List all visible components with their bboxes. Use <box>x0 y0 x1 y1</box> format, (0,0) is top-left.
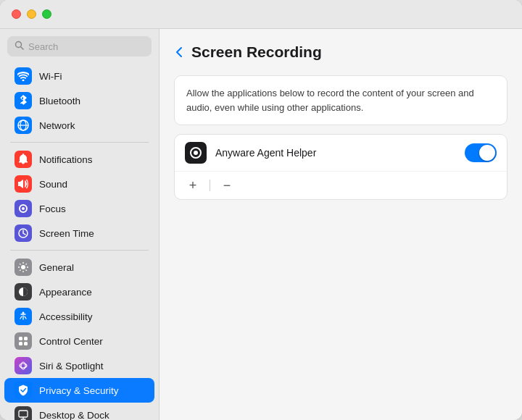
notifications-label: Notifications <box>39 154 93 165</box>
toggle-switch[interactable] <box>465 143 497 162</box>
search-box[interactable]: Search <box>7 36 152 56</box>
sidebar-item-desktop[interactable]: Desktop & Dock <box>4 403 154 420</box>
general-icon <box>14 259 32 276</box>
svg-rect-11 <box>19 342 22 345</box>
network-label: Network <box>39 120 75 131</box>
add-app-button[interactable]: + <box>185 177 201 193</box>
privacy-icon <box>14 382 32 399</box>
sidebar-item-siri[interactable]: Siri & Spotlight <box>4 353 154 378</box>
sidebar-item-controlcenter[interactable]: Control Center <box>4 329 154 353</box>
app-name: Anyware Agent Helper <box>215 147 465 159</box>
accessibility-label: Accessibility <box>39 311 93 322</box>
search-icon <box>14 41 24 52</box>
sidebar-item-sound[interactable]: Sound <box>4 172 154 196</box>
sidebar-item-focus[interactable]: Focus <box>4 196 154 221</box>
notifications-icon <box>14 151 32 168</box>
description-text: Allow the applications below to record t… <box>174 75 508 125</box>
controlcenter-icon <box>14 332 32 350</box>
sound-icon <box>14 175 32 193</box>
toolbar-divider <box>210 180 210 191</box>
controlcenter-label: Control Center <box>39 336 103 347</box>
screentime-icon <box>14 224 32 242</box>
screentime-label: Screen Time <box>39 228 94 239</box>
svg-line-1 <box>21 47 24 50</box>
sidebar-item-privacy[interactable]: Privacy & Security <box>4 378 154 403</box>
back-button[interactable] <box>174 45 184 59</box>
svg-rect-9 <box>19 337 22 340</box>
siri-label: Siri & Spotlight <box>39 361 104 371</box>
wifi-icon <box>14 67 32 85</box>
svg-rect-10 <box>24 337 28 340</box>
panel-title: Screen Recording <box>191 43 322 61</box>
focus-label: Focus <box>39 203 66 214</box>
wifi-label: Wi-Fi <box>39 71 62 82</box>
svg-point-6 <box>21 265 25 269</box>
traffic-lights <box>12 9 51 19</box>
table-row: Anyware Agent Helper <box>175 135 507 172</box>
sound-label: Sound <box>39 179 67 190</box>
focus-icon <box>14 200 32 217</box>
search-placeholder: Search <box>28 41 58 52</box>
sidebar-section-system: General Appearance <box>0 255 159 420</box>
appearance-label: Appearance <box>39 287 92 298</box>
sidebar-section-media: Notifications Sound <box>0 147 159 245</box>
sidebar: Search Wi-Fi <box>0 29 160 420</box>
divider-2 <box>10 250 149 251</box>
content-area: Search Wi-Fi <box>0 29 522 420</box>
titlebar <box>0 0 522 29</box>
toolbar-row: + − <box>175 172 507 199</box>
general-label: General <box>39 262 74 273</box>
remove-app-button[interactable]: − <box>219 177 235 193</box>
sidebar-item-notifications[interactable]: Notifications <box>4 147 154 172</box>
sidebar-item-network[interactable]: Network <box>4 113 154 138</box>
maximize-button[interactable] <box>42 9 51 19</box>
divider-1 <box>10 142 149 143</box>
main-window: Search Wi-Fi <box>0 0 522 420</box>
desktop-label: Desktop & Dock <box>39 410 109 421</box>
appearance-icon <box>14 283 32 301</box>
privacy-label: Privacy & Security <box>39 385 119 396</box>
minimize-button[interactable] <box>27 9 36 19</box>
sidebar-item-appearance[interactable]: Appearance <box>4 280 154 304</box>
app-icon <box>185 142 207 164</box>
sidebar-item-wifi[interactable]: Wi-Fi <box>4 64 154 88</box>
sidebar-item-screentime[interactable]: Screen Time <box>4 221 154 245</box>
app-list: Anyware Agent Helper + − <box>174 134 508 200</box>
sidebar-item-general[interactable]: General <box>4 255 154 280</box>
network-icon <box>14 117 32 134</box>
siri-icon <box>14 357 32 374</box>
close-button[interactable] <box>12 9 21 19</box>
svg-rect-12 <box>24 342 28 345</box>
accessibility-icon <box>14 308 32 325</box>
svg-point-8 <box>22 312 25 314</box>
bluetooth-label: Bluetooth <box>39 96 80 106</box>
svg-rect-15 <box>19 411 28 417</box>
toggle-knob <box>479 145 495 161</box>
sidebar-item-bluetooth[interactable]: Bluetooth <box>4 88 154 113</box>
svg-point-19 <box>194 151 198 155</box>
sidebar-section-connectivity: Wi-Fi Bluetooth <box>0 64 159 138</box>
desktop-icon <box>14 406 32 420</box>
main-panel: Screen Recording Allow the applications … <box>160 29 522 420</box>
bluetooth-icon <box>14 92 32 109</box>
panel-header: Screen Recording <box>174 43 508 61</box>
sidebar-item-accessibility[interactable]: Accessibility <box>4 304 154 329</box>
